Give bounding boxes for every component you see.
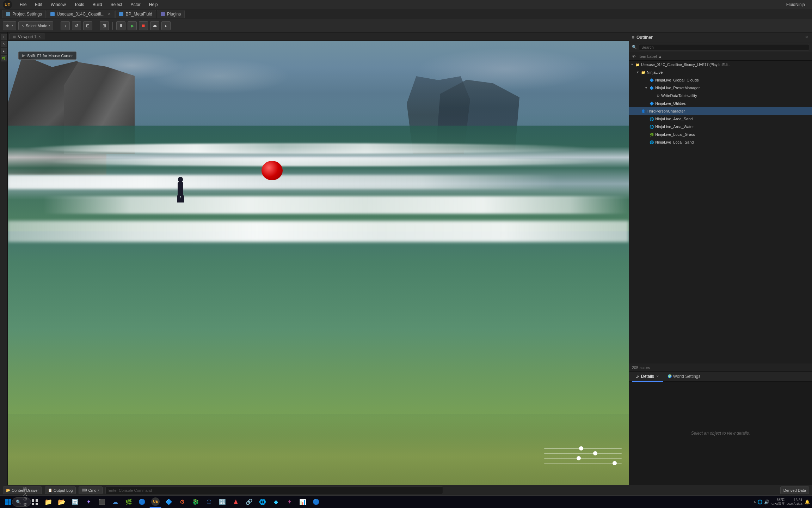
slider-1-track[interactable] <box>544 448 622 449</box>
select-mode-icon: ↖ <box>21 24 24 28</box>
systray-network-icon[interactable]: 🌐 <box>757 500 763 504</box>
derived-data-btn[interactable]: Derived Data <box>780 486 809 494</box>
search-input[interactable] <box>639 44 809 50</box>
tab-plugins[interactable]: Plugins <box>157 10 185 18</box>
taskbar-task-view-btn[interactable] <box>29 496 41 508</box>
tree-item-write-data[interactable]: ▶ ⚙ WriteDataTableUtility <box>629 92 812 99</box>
play-btn[interactable]: ▶ <box>128 21 137 30</box>
select-mode-side-btn[interactable]: ↖ <box>1 41 7 47</box>
output-log-btn[interactable]: 📋 Output Log <box>45 486 76 494</box>
datetime-display[interactable]: 16:31 2024/01/15 <box>787 498 802 506</box>
slider-4-track[interactable] <box>544 463 622 464</box>
taskbar-app-3[interactable]: 🔄 <box>69 496 81 508</box>
taskbar-app-12[interactable]: ⬡ <box>203 496 215 508</box>
taskbar-search-btn[interactable]: 🔍 在这里输入你要搜索的内容 <box>16 496 27 508</box>
outliner-close-btn[interactable]: ✕ <box>804 35 809 40</box>
eject-btn[interactable]: ⏏ <box>150 21 159 30</box>
tab-project-settings[interactable]: Project Settings <box>2 10 46 18</box>
app7-icon: 🌿 <box>125 498 132 505</box>
menu-help[interactable]: Help <box>146 1 161 8</box>
taskbar-app-9[interactable]: 🔷 <box>163 496 175 508</box>
viewport-1-tab[interactable]: ⊞ Viewport 1 ✕ <box>9 34 45 40</box>
taskbar-app-17[interactable]: ✦ <box>283 496 295 508</box>
tab-world-settings[interactable]: 🌍 World Settings <box>663 372 705 382</box>
taskbar-app-14[interactable]: ♟ <box>230 496 242 508</box>
taskbar-app-5[interactable]: ⬛ <box>96 496 108 508</box>
viewport-close-icon[interactable]: ✕ <box>38 35 41 38</box>
slider-2-thumb[interactable] <box>593 451 597 455</box>
taskbar-app-6[interactable]: ☁ <box>109 496 121 508</box>
taskbar-app-4[interactable]: ✦ <box>82 496 94 508</box>
tree-item-local-sand[interactable]: ▶ 🌐 NinjaLive_Local_Sand <box>629 138 812 146</box>
tree-item-ninjalive[interactable]: ▼ 📁 NinjaLive <box>629 68 812 76</box>
tab-close-usecase[interactable]: ✕ <box>108 12 111 16</box>
menu-tools[interactable]: Tools <box>71 1 88 8</box>
tab-bp-metafluid[interactable]: BP_MetaFluid <box>115 10 156 18</box>
taskbar-files[interactable]: 📂 <box>56 496 68 508</box>
slider-2-track[interactable] <box>544 453 622 454</box>
tree-item-preset-manager[interactable]: ▼ 🔷 NinjaLive_PresetManager <box>629 84 812 92</box>
systray-sound-icon[interactable]: 🔊 <box>764 500 769 504</box>
tree-item-area-sand[interactable]: ▶ 🌐 NinjaLive_Area_Sand <box>629 115 812 123</box>
taskbar-search-bar[interactable]: 🔍 在这里输入你要搜索的内容 <box>12 497 31 507</box>
col-item-label[interactable]: Item Label ▲ <box>639 54 662 59</box>
taskbar-explorer[interactable]: 📁 <box>42 496 54 508</box>
tree-label-local-grass: NinjaLive_Local_Grass <box>655 132 695 137</box>
foliage-mode-btn[interactable]: 🌿 <box>1 55 7 61</box>
menu-build[interactable]: Build <box>89 1 106 8</box>
console-command-input[interactable] <box>105 486 443 494</box>
menu-window[interactable]: Window <box>47 1 69 8</box>
taskbar-app-11[interactable]: 🐉 <box>190 496 202 508</box>
taskbar-app-15[interactable]: 🔗 <box>243 496 255 508</box>
taskbar-app-19[interactable]: 🔵 <box>310 496 322 508</box>
tab-details-close[interactable]: ✕ <box>656 375 659 378</box>
tree-expand-root[interactable]: ▼ <box>630 63 635 66</box>
tree-item-utilities[interactable]: ▶ 🔷 NinjaLive_Utilities <box>629 99 812 107</box>
slider-3-thumb[interactable] <box>577 456 581 460</box>
tree-item-third-person[interactable]: ▶ 👤 ThirdPersonCharacter <box>629 107 812 115</box>
tree-expand-ninjalive[interactable]: ▼ <box>636 71 640 74</box>
select-mode-button[interactable]: ↖ Select Mode ▾ <box>18 21 53 30</box>
content-drawer-btn[interactable]: 📂 Content Drawer <box>3 486 42 494</box>
details-panel: 🖊 Details ✕ 🌍 World Settings Select an o… <box>629 372 812 485</box>
menu-actor[interactable]: Actor <box>127 1 144 8</box>
clock-display[interactable]: 58°C CPU温度 <box>771 498 785 506</box>
taskbar-app-16[interactable]: ◆ <box>270 496 282 508</box>
transform-rot-btn[interactable]: ↺ <box>72 21 81 30</box>
taskbar-app-10[interactable]: ⚙ <box>176 496 188 508</box>
taskbar-app-7[interactable]: 🌿 <box>123 496 135 508</box>
notification-icon[interactable]: 🔔 <box>805 500 810 504</box>
tree-expand-preset[interactable]: ▼ <box>645 86 649 90</box>
landscape-mode-btn[interactable]: ▲ <box>1 48 7 54</box>
transform-scale-btn[interactable]: ⊡ <box>83 21 92 30</box>
tab-usecase[interactable]: Usecase_014C_Coastli... ✕ <box>47 10 115 18</box>
taskbar-app-8[interactable]: 🔵 <box>136 496 148 508</box>
pause-btn[interactable]: ⏸ <box>116 21 125 30</box>
tree-item-area-water[interactable]: ▶ 🌐 NinjaLive_Area_Water <box>629 123 812 131</box>
tab-label-bp: BP_MetaFluid <box>125 12 152 17</box>
menu-edit[interactable]: Edit <box>31 1 46 8</box>
cmd-btn[interactable]: ⌨ Cmd ▾ <box>79 486 102 494</box>
transform-loc-btn[interactable]: ↕ <box>61 21 70 30</box>
menu-select[interactable]: Select <box>107 1 125 8</box>
slider-4-thumb[interactable] <box>613 461 617 465</box>
tree-item-root[interactable]: ▼ 📁 Usecase_014C_Coastline_Stormy_LIVE17… <box>629 61 812 68</box>
tree-item-local-grass[interactable]: ▶ 🌿 NinjaLive_Local_Grass <box>629 131 812 138</box>
modes-button[interactable]: ⊕ ▾ <box>3 21 16 30</box>
tree-icon-ninjalive: 📁 <box>641 71 645 74</box>
viewport-3d[interactable]: ▶ Shift+F1 for Mouse Cursor <box>8 41 629 485</box>
slider-3-track[interactable] <box>544 458 622 459</box>
taskbar-app-13[interactable]: 🔣 <box>216 496 228 508</box>
systray-expand[interactable]: ∧ <box>753 500 756 504</box>
stop-btn[interactable]: ⏹ <box>139 21 148 30</box>
place-mode-btn[interactable]: + <box>1 34 7 40</box>
grid-snap-btn[interactable]: ⊞ <box>100 21 109 30</box>
more-options-btn[interactable]: ▸ <box>161 21 171 30</box>
tab-details[interactable]: 🖊 Details ✕ <box>632 372 663 382</box>
taskbar-ue-active[interactable]: UE <box>149 496 161 508</box>
slider-1-thumb[interactable] <box>579 446 583 450</box>
menu-file[interactable]: File <box>16 1 30 8</box>
taskbar-app-18[interactable]: 📊 <box>297 496 309 508</box>
taskbar-chrome[interactable]: 🌐 <box>257 496 269 508</box>
tree-item-global-clouds[interactable]: ▶ 🔷 NinjaLive_Global_Clouds <box>629 76 812 84</box>
